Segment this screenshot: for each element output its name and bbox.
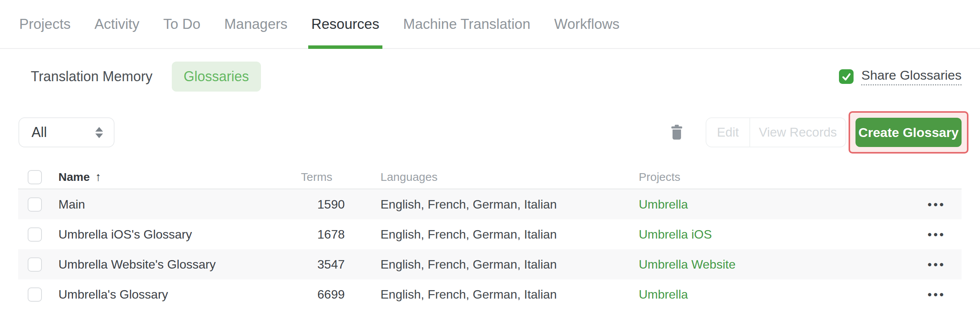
table-row: Umbrella's Glossary 6699 English, French…	[18, 279, 962, 309]
create-glossary-button[interactable]: Create Glossary	[855, 118, 962, 147]
share-glossaries-toggle: Share Glossaries	[839, 68, 962, 85]
glossaries-table: Name ↑ Terms Languages Projects Main 159…	[18, 165, 962, 309]
project-link[interactable]: Umbrella Website	[639, 257, 736, 271]
column-header-terms[interactable]: Terms	[301, 170, 345, 184]
glossary-languages: English, French, German, Italian	[345, 257, 639, 272]
row-menu-icon[interactable]: •••	[928, 228, 946, 241]
tab-machine-translation[interactable]: Machine Translation	[400, 0, 533, 48]
glossary-name: Main	[58, 197, 301, 212]
column-header-name-label: Name	[58, 170, 90, 184]
glossary-terms-count: 1678	[301, 227, 345, 242]
glossary-languages: English, French, German, Italian	[345, 227, 639, 242]
delete-glossary-button[interactable]	[670, 124, 683, 140]
tab-managers[interactable]: Managers	[221, 0, 291, 48]
trash-icon	[670, 124, 683, 140]
row-checkbox[interactable]	[28, 227, 42, 242]
glossary-filter-select[interactable]: All	[18, 117, 115, 147]
glossary-name: Umbrella's Glossary	[58, 287, 301, 302]
glossary-name: Umbrella Website's Glossary	[58, 257, 301, 272]
row-menu-icon[interactable]: •••	[928, 198, 946, 211]
table-header-row: Name ↑ Terms Languages Projects	[18, 165, 962, 189]
row-menu-icon[interactable]: •••	[928, 258, 946, 271]
resources-subtab-row: Translation Memory Glossaries Share Glos…	[0, 62, 980, 92]
sort-ascending-icon: ↑	[95, 170, 101, 184]
glossary-filter-value: All	[32, 124, 47, 140]
glossary-terms-count: 1590	[301, 197, 345, 212]
column-header-name[interactable]: Name ↑	[58, 170, 301, 184]
glossaries-toolbar: All Edit View Records Create Glossary	[0, 117, 980, 147]
glossary-languages: English, French, German, Italian	[345, 197, 639, 212]
subtab-translation-memory[interactable]: Translation Memory	[31, 68, 153, 85]
table-body: Main 1590 English, French, German, Itali…	[18, 189, 962, 309]
select-all-checkbox[interactable]	[28, 170, 42, 184]
row-checkbox[interactable]	[28, 287, 42, 302]
checkmark-icon	[841, 72, 852, 82]
subtab-glossaries[interactable]: Glossaries	[172, 62, 261, 92]
project-link[interactable]: Umbrella	[639, 287, 688, 301]
table-row: Umbrella iOS's Glossary 1678 English, Fr…	[18, 219, 962, 249]
tab-workflows[interactable]: Workflows	[551, 0, 623, 48]
share-glossaries-checkbox[interactable]	[839, 69, 854, 84]
tab-resources[interactable]: Resources	[308, 0, 382, 48]
row-checkbox[interactable]	[28, 257, 42, 272]
column-header-languages[interactable]: Languages	[345, 170, 639, 184]
project-link[interactable]: Umbrella	[639, 197, 688, 211]
glossary-terms-count: 3547	[301, 257, 345, 272]
share-glossaries-label[interactable]: Share Glossaries	[861, 68, 962, 85]
table-row: Main 1590 English, French, German, Itali…	[18, 189, 962, 219]
tab-projects[interactable]: Projects	[16, 0, 74, 48]
glossary-terms-count: 6699	[301, 287, 345, 302]
glossary-actions-button-group: Edit View Records	[706, 117, 846, 147]
glossary-languages: English, French, German, Italian	[345, 287, 639, 302]
row-checkbox[interactable]	[28, 197, 42, 212]
tab-activity[interactable]: Activity	[91, 0, 143, 48]
create-glossary-highlight-annotation: Create Glossary	[849, 111, 968, 154]
tab-to-do[interactable]: To Do	[160, 0, 204, 48]
column-header-projects[interactable]: Projects	[639, 170, 912, 184]
view-records-button[interactable]: View Records	[750, 118, 845, 147]
row-menu-icon[interactable]: •••	[928, 288, 946, 301]
active-tab-underline	[308, 45, 382, 49]
glossary-name: Umbrella iOS's Glossary	[58, 227, 301, 242]
project-link[interactable]: Umbrella iOS	[639, 227, 712, 241]
edit-button[interactable]: Edit	[706, 118, 749, 147]
select-arrows-icon	[95, 127, 103, 138]
top-navigation: Projects Activity To Do Managers Resourc…	[0, 0, 980, 49]
table-row: Umbrella Website's Glossary 3547 English…	[18, 249, 962, 279]
tab-resources-label: Resources	[311, 16, 379, 32]
